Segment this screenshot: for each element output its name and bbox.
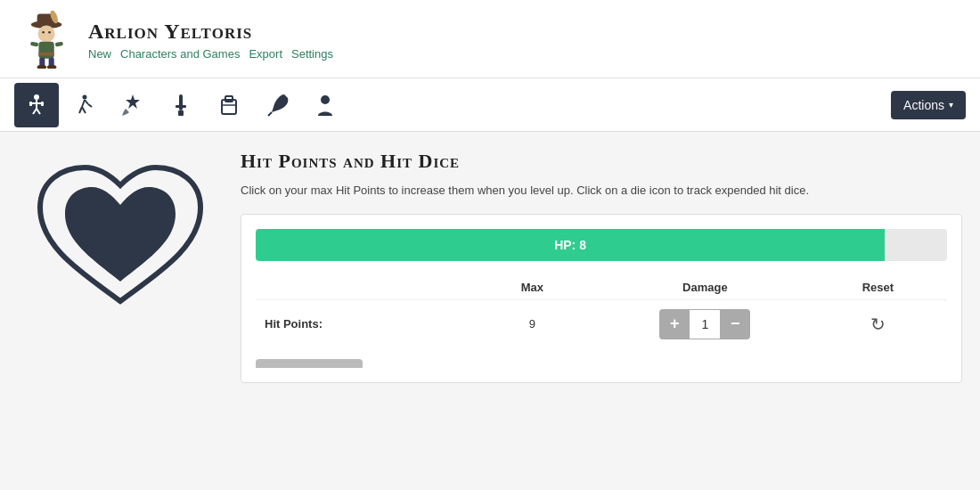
combat-tab[interactable] — [14, 83, 59, 127]
col-header-reset: Reset — [809, 275, 947, 300]
svg-point-13 — [47, 65, 56, 69]
hp-table: Max Damage Reset Hit Points: 9 + 1 − — [256, 275, 947, 348]
inventory-tab[interactable] — [207, 83, 251, 127]
actions-button[interactable]: Actions ▾ — [891, 91, 966, 119]
svg-line-24 — [82, 100, 85, 107]
actions-caret-icon: ▾ — [949, 100, 953, 110]
toolbar-icons — [14, 83, 891, 127]
toolbar: Actions ▾ — [0, 78, 980, 132]
col-header-name — [256, 275, 463, 300]
svg-point-36 — [321, 95, 330, 104]
movement-tab[interactable] — [62, 83, 107, 127]
actions-label: Actions — [903, 98, 944, 112]
row-damage: + 1 − — [601, 299, 809, 348]
character-avatar — [18, 11, 76, 69]
table-row: Hit Points: 9 + 1 − ↻ — [256, 299, 947, 348]
svg-point-12 — [37, 65, 46, 69]
header: Arlion Yeltoris New Characters and Games… — [0, 0, 980, 78]
character-tab[interactable] — [303, 83, 347, 127]
damage-controls: + 1 − — [610, 309, 800, 339]
row-reset: ↻ — [809, 299, 947, 348]
section-description: Click on your max Hit Points to increase… — [241, 182, 962, 200]
header-info: Arlion Yeltoris New Characters and Games… — [88, 20, 333, 61]
next-row-strip — [256, 359, 363, 368]
svg-point-3 — [38, 25, 55, 42]
nav-settings[interactable]: Settings — [291, 47, 333, 61]
svg-rect-30 — [176, 105, 186, 108]
svg-point-4 — [42, 31, 45, 34]
reset-button[interactable]: ↻ — [870, 314, 886, 334]
hp-bar-fill: HP: 8 — [256, 229, 885, 261]
svg-point-23 — [83, 94, 87, 99]
spells-tab[interactable] — [110, 83, 155, 127]
hp-panel: HP: 8 Max Damage Reset Hit Points: — [241, 214, 962, 383]
col-header-damage: Damage — [601, 275, 809, 300]
svg-rect-11 — [55, 42, 63, 47]
row-label: Hit Points: — [256, 299, 463, 348]
hp-bar-empty — [885, 229, 947, 261]
hp-section: Hit Points and Hit Dice Click on your ma… — [241, 150, 962, 488]
notes-tab[interactable] — [255, 83, 299, 127]
svg-point-14 — [34, 94, 39, 100]
svg-rect-29 — [179, 94, 183, 110]
damage-minus-button[interactable]: − — [720, 309, 750, 339]
svg-rect-7 — [38, 53, 53, 55]
header-nav: New Characters and Games Export Settings — [88, 47, 333, 61]
damage-plus-button[interactable]: + — [659, 309, 690, 339]
nav-characters[interactable]: Characters and Games — [120, 47, 240, 61]
character-name: Arlion Yeltoris — [88, 20, 333, 44]
svg-rect-10 — [30, 42, 38, 47]
heart-area — [18, 150, 223, 488]
hp-bar-container[interactable]: HP: 8 — [256, 229, 947, 261]
nav-new[interactable]: New — [88, 47, 111, 61]
weapons-tab[interactable] — [159, 83, 203, 127]
svg-line-27 — [82, 107, 86, 113]
row-max[interactable]: 9 — [463, 299, 601, 348]
svg-point-5 — [48, 31, 51, 34]
svg-rect-31 — [178, 110, 184, 116]
col-header-max: Max — [463, 275, 601, 300]
svg-line-28 — [88, 104, 92, 107]
svg-line-25 — [85, 100, 88, 104]
hp-bar-label: HP: 8 — [554, 238, 586, 252]
nav-export[interactable]: Export — [249, 47, 282, 61]
damage-value: 1 — [690, 309, 720, 339]
section-title: Hit Points and Hit Dice — [241, 150, 962, 173]
main-content: Hit Points and Hit Dice Click on your ma… — [0, 132, 980, 490]
svg-rect-6 — [38, 42, 53, 59]
svg-line-35 — [268, 112, 272, 116]
heart-icon — [31, 159, 209, 319]
svg-line-18 — [37, 109, 40, 114]
